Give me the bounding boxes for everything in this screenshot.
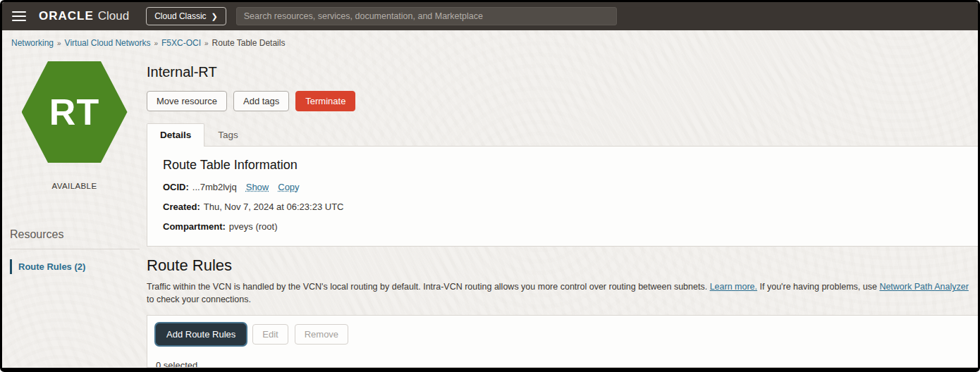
breadcrumb-current: Route Table Details (212, 38, 286, 48)
route-rules-description: Traffic within the VCN is handled by the… (147, 281, 978, 306)
route-table-information-heading: Route Table Information (163, 158, 978, 173)
learn-more-link[interactable]: Learn more. (710, 282, 757, 292)
add-route-rules-button[interactable]: Add Route Rules (156, 323, 246, 345)
compartment-value: pveys (root) (229, 221, 278, 232)
cloud-classic-button[interactable]: Cloud Classic ❯ (146, 7, 226, 25)
compartment-label: Compartment: (163, 221, 226, 232)
breadcrumb-separator: » (154, 39, 158, 47)
resources-divider (10, 249, 140, 249)
chevron-right-icon: ❯ (212, 12, 218, 21)
cloud-classic-label: Cloud Classic (154, 11, 206, 21)
ocid-value: ...7mb2lvjq (192, 182, 237, 192)
remove-button[interactable]: Remove (295, 324, 348, 345)
add-tags-button[interactable]: Add tags (233, 91, 289, 111)
selection-count: 0 selected (147, 353, 978, 368)
created-value: Thu, Nov 7, 2024 at 06:23:23 UTC (204, 202, 344, 212)
description-text-2: If you're having problems, use (760, 282, 877, 292)
network-path-analyzer-link[interactable]: Network Path Analyzer (879, 282, 968, 292)
created-row: Created: Thu, Nov 7, 2024 at 06:23:23 UT… (163, 202, 978, 212)
status-badge: AVAILABLE (52, 182, 97, 190)
menu-icon[interactable] (12, 11, 26, 21)
content-area: Internal-RT Move resource Add tags Termi… (147, 54, 978, 368)
created-label: Created: (163, 202, 200, 212)
left-column: RT AVAILABLE Resources Route Rules (2) (2, 54, 147, 368)
breadcrumb-link-networking[interactable]: Networking (11, 38, 54, 48)
ocid-row: OCID: ...7mb2lvjq Show Copy (163, 182, 978, 192)
tab-details[interactable]: Details (147, 123, 204, 147)
breadcrumb-link-vcn[interactable]: Virtual Cloud Networks (65, 38, 151, 48)
details-panel: Route Table Information OCID: ...7mb2lvj… (147, 146, 978, 247)
ocid-label: OCID: (163, 182, 189, 192)
tab-bar: Details Tags (147, 123, 978, 146)
search-input[interactable] (236, 7, 617, 25)
route-rules-card: Add Route Rules Edit Remove (147, 315, 978, 368)
resource-actions: Move resource Add tags Terminate (147, 91, 978, 111)
move-resource-button[interactable]: Move resource (147, 91, 227, 111)
edit-button[interactable]: Edit (252, 324, 288, 345)
app-window: ORACLE Cloud Cloud Classic ❯ Networking … (0, 0, 980, 372)
table-actions: Add Route Rules Edit Remove (147, 316, 978, 353)
route-table-icon-label: RT (49, 91, 99, 133)
resources-heading: Resources (10, 228, 147, 241)
ocid-copy-link[interactable]: Copy (278, 182, 299, 192)
compartment-row: Compartment: pveys (root) (163, 221, 978, 232)
tab-tags[interactable]: Tags (204, 123, 252, 146)
logo-oracle-text: ORACLE (39, 9, 94, 23)
topbar: ORACLE Cloud Cloud Classic ❯ (2, 2, 978, 30)
description-text-3: to check your connections. (147, 294, 251, 304)
route-rules-heading: Route Rules (147, 256, 978, 275)
breadcrumb-link-f5xc-oci[interactable]: F5XC-OCI (161, 38, 201, 48)
breadcrumb-separator: » (204, 39, 209, 47)
oracle-cloud-logo: ORACLE Cloud (39, 9, 129, 23)
terminate-button[interactable]: Terminate (295, 91, 355, 111)
resources-nav: Resources Route Rules (2) (2, 228, 147, 274)
sidebar-item-route-rules[interactable]: Route Rules (2) (10, 259, 147, 274)
page-title: Internal-RT (147, 64, 978, 80)
logo-cloud-text: Cloud (98, 9, 129, 23)
ocid-show-link[interactable]: Show (246, 182, 269, 192)
description-text-1: Traffic within the VCN is handled by the… (147, 282, 707, 292)
breadcrumb-separator: » (57, 39, 61, 47)
route-table-icon: RT (22, 59, 128, 165)
breadcrumb: Networking » Virtual Cloud Networks » F5… (2, 30, 978, 54)
